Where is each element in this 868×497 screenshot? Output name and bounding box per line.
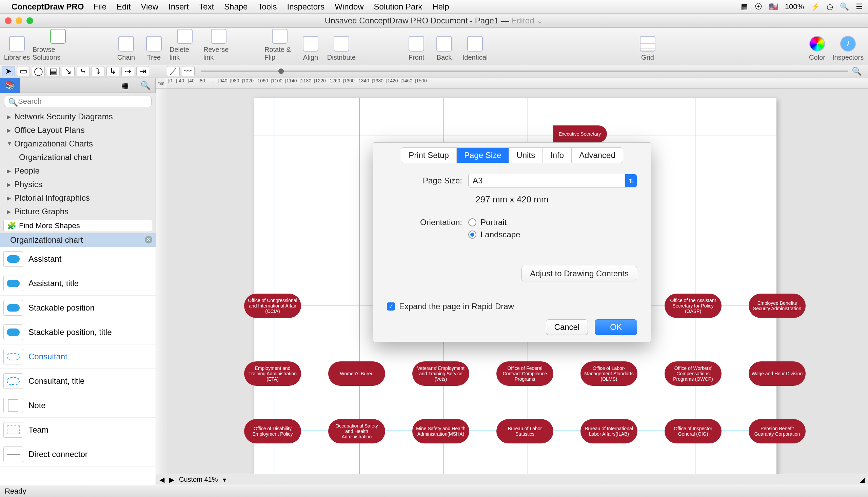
org-node[interactable]: Employment and Training Administration (…	[244, 361, 301, 386]
zoom-window-button[interactable]	[26, 17, 33, 24]
org-node[interactable]: Occupational Safety and Health Administr…	[328, 419, 385, 443]
connector-tool-1[interactable]: ↘	[62, 66, 75, 76]
wifi-icon[interactable]: ⦿	[755, 2, 762, 11]
org-node[interactable]: Office of Labor-Management Standarts (OL…	[581, 361, 638, 386]
cat-network-security[interactable]: ▶Network Security Diagrams	[0, 110, 156, 124]
canvas-area[interactable]: mm |0 |-40 |40 |80 ... |940 |980 |1020 |…	[156, 78, 868, 485]
tab-page-size[interactable]: Page Size	[457, 148, 509, 163]
cancel-button[interactable]: Cancel	[546, 320, 588, 335]
panel-tab-grid[interactable]: ▦	[115, 78, 135, 93]
org-node[interactable]: Wage and Hour Division	[749, 361, 806, 386]
identical-button[interactable]: Identical	[460, 29, 490, 61]
tab-units[interactable]: Units	[509, 148, 543, 163]
panel-tab-libraries[interactable]: 📚	[0, 78, 20, 93]
close-library-icon[interactable]: ×	[145, 236, 152, 243]
text-tool[interactable]: ▤	[47, 66, 60, 76]
front-button[interactable]: Front	[404, 29, 429, 61]
chain-button[interactable]: Chain	[114, 29, 138, 61]
cat-picture-graphs[interactable]: ▶Picture Graphs	[0, 205, 156, 218]
close-window-button[interactable]	[5, 17, 12, 24]
cat-pictorial[interactable]: ▶Pictorial Infographics	[0, 191, 156, 205]
menu-edit[interactable]: Edit	[117, 2, 130, 12]
cat-physics[interactable]: ▶Physics	[0, 178, 156, 191]
cat-office-layout[interactable]: ▶Office Layout Plans	[0, 124, 156, 137]
connector-tool-4[interactable]: ↳	[106, 66, 119, 76]
shape-note[interactable]: Note	[0, 393, 156, 418]
menu-icon[interactable]: ☰	[856, 2, 863, 11]
org-node[interactable]: Women's Bureu	[328, 361, 385, 386]
menu-solution-park[interactable]: Solution Park	[374, 2, 423, 12]
shape-consultant-title[interactable]: Consultant, title	[0, 369, 156, 393]
menu-help[interactable]: Help	[432, 2, 449, 12]
org-node[interactable]: Office of Federal Contract Compliance Pr…	[496, 361, 553, 386]
zoom-display[interactable]: Custom 41%	[179, 475, 218, 483]
org-node[interactable]: Veterans' Employment and Training Servic…	[412, 361, 469, 386]
shape-direct-connector[interactable]: Direct connector	[0, 442, 156, 467]
ellipse-tool[interactable]: ◯	[32, 66, 45, 76]
line-tool[interactable]: ／	[167, 66, 180, 76]
ok-button[interactable]: OK	[595, 320, 637, 335]
org-node[interactable]: Bureau of Labor Statistics	[496, 419, 553, 443]
tray-grid-icon[interactable]: ▦	[741, 2, 748, 11]
cat-people[interactable]: ▶People	[0, 164, 156, 178]
curve-tool[interactable]: 〰	[182, 66, 195, 76]
color-button[interactable]: Color	[805, 29, 829, 61]
menu-text[interactable]: Text	[199, 2, 214, 12]
adjust-button[interactable]: Adjust to Drawing Contents	[522, 266, 637, 281]
delete-link-button[interactable]: Delete link	[170, 29, 200, 61]
connector-tool-6[interactable]: ⇥	[136, 66, 149, 76]
page-size-select[interactable]: A3 ⇅	[468, 174, 637, 187]
connector-tool-2[interactable]: ⤷	[76, 66, 89, 76]
resize-handle-icon[interactable]: ◢	[859, 475, 865, 484]
library-header[interactable]: Organizational chart ×	[0, 233, 156, 247]
radio-portrait[interactable]: Portrait	[468, 218, 520, 227]
search-input[interactable]	[4, 96, 152, 107]
org-node[interactable]: Employee Benefits Security Administratio…	[749, 294, 806, 318]
find-more-shapes[interactable]: 🧩Find More Shapes	[3, 220, 152, 232]
libraries-button[interactable]: Libraries	[5, 29, 29, 61]
spotlight-icon[interactable]: 🔍	[840, 2, 849, 11]
grid-button[interactable]: Grid	[636, 29, 660, 61]
org-node[interactable]: Office of Inspector General (OIG)	[665, 419, 722, 443]
page-nav-prev[interactable]: ◀	[159, 475, 165, 484]
tab-info[interactable]: Info	[543, 148, 572, 163]
org-node[interactable]: Executive Secretary	[553, 125, 607, 142]
menu-view[interactable]: View	[141, 2, 158, 12]
app-name[interactable]: ConceptDraw PRO	[12, 2, 84, 12]
distribute-button[interactable]: Distribute	[326, 29, 357, 61]
shape-stackable-title[interactable]: Stackable position, title	[0, 320, 156, 344]
shape-team[interactable]: Team	[0, 418, 156, 442]
tab-advanced[interactable]: Advanced	[572, 148, 623, 163]
menu-inspectors[interactable]: Inspectors	[287, 2, 325, 12]
connector-tool-5[interactable]: ⇢	[122, 66, 134, 76]
battery-icon[interactable]: ⚡	[811, 2, 820, 11]
clock-icon[interactable]: ◷	[827, 2, 833, 11]
connector-tool-3[interactable]: ⤵	[91, 66, 104, 76]
expand-checkbox[interactable]: ✓ Expand the page in Rapid Draw	[387, 302, 637, 311]
shape-assistant[interactable]: Assistant	[0, 247, 156, 271]
align-button[interactable]: Align	[298, 29, 323, 61]
org-node[interactable]: Bureau of International Labor Affairs(IL…	[581, 419, 638, 443]
zoom-in-icon[interactable]: 🔍	[852, 67, 862, 76]
flag-icon[interactable]: 🇺🇸	[769, 2, 778, 11]
menu-window[interactable]: Window	[335, 2, 364, 12]
pointer-tool[interactable]: ➤	[2, 66, 15, 76]
menu-file[interactable]: File	[93, 2, 106, 12]
shape-consultant[interactable]: Consultant	[0, 344, 156, 369]
browse-solutions-button[interactable]: Browse Solutions	[32, 29, 83, 61]
shape-assistant-title[interactable]: Assistant, title	[0, 271, 156, 296]
minimize-window-button[interactable]	[16, 17, 23, 24]
zoom-dropdown-icon[interactable]: ▾	[223, 475, 226, 484]
menu-shape[interactable]: Shape	[224, 2, 247, 12]
org-node[interactable]: Pension Benefit Guaranty Corporation	[749, 419, 806, 443]
reverse-link-button[interactable]: Reverse link	[203, 29, 234, 61]
org-node[interactable]: Office of Disability Employment Policy	[244, 419, 301, 443]
rect-tool[interactable]: ▭	[17, 66, 30, 76]
org-node[interactable]: Office of Workers' Compensations Program…	[665, 361, 722, 386]
cat-org-charts[interactable]: ▼Organizational Charts	[0, 137, 156, 151]
panel-tab-search[interactable]: 🔍	[135, 78, 156, 93]
org-node[interactable]: Office of Congressional and Internationa…	[244, 294, 301, 318]
radio-landscape[interactable]: Landscape	[468, 230, 520, 239]
menu-tools[interactable]: Tools	[258, 2, 277, 12]
cat-org-chart-child[interactable]: Organizational chart	[0, 151, 156, 164]
